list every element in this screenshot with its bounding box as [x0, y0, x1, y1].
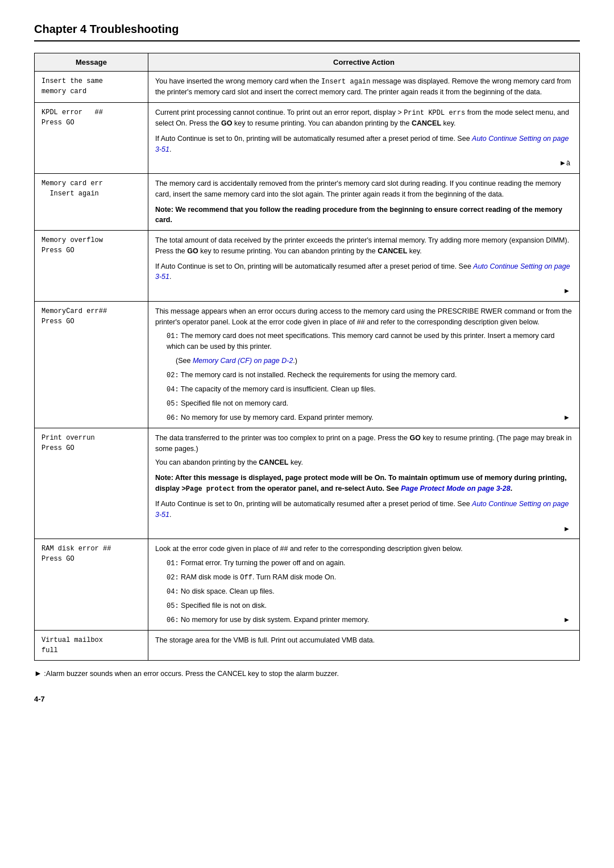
table-row: Virtual mailbox full The storage area fo… — [35, 631, 580, 661]
message-cell: Virtual mailbox full — [35, 631, 148, 661]
action-cell: The storage area for the VMB is full. Pr… — [148, 631, 580, 661]
footer-note: ► :Alarm buzzer sounds when an error occ… — [34, 669, 580, 678]
message-cell: Memory card err Insert again — [35, 174, 148, 231]
table-row: Insert the same memory card You have ins… — [35, 72, 580, 103]
troubleshooting-table: Message Corrective Action Insert the sam… — [34, 53, 580, 661]
action-cell: The data transferred to the printer was … — [148, 428, 580, 539]
link-auto-continue-overflow[interactable]: Auto Continue Setting on page 3-51 — [155, 262, 570, 281]
message-cell: Print overrun Press GO — [35, 428, 148, 539]
link-memory-card-cf[interactable]: Memory Card (CF) on page D-2 — [193, 357, 293, 365]
action-cell: Look at the error code given in place of… — [148, 539, 580, 631]
table-row: Memory card err Insert again The memory … — [35, 174, 580, 231]
table-row: Memory overflow Press GO The total amoun… — [35, 231, 580, 302]
table-row: RAM disk error ## Press GO Look at the e… — [35, 539, 580, 631]
chapter-title: Chapter 4 Troubleshooting — [34, 23, 580, 41]
action-cell: This message appears when an error occur… — [148, 301, 580, 428]
table-row: Print overrun Press GO The data transfer… — [35, 428, 580, 539]
alarm-icon: ► — [34, 669, 42, 678]
message-cell: Memory overflow Press GO — [35, 231, 148, 302]
action-cell: You have inserted the wrong memory card … — [148, 72, 580, 103]
col-header-action: Corrective Action — [148, 53, 580, 72]
table-row: MemoryCard err## Press GO This message a… — [35, 301, 580, 428]
message-cell: RAM disk error ## Press GO — [35, 539, 148, 631]
message-cell: MemoryCard err## Press GO — [35, 301, 148, 428]
link-page-protect[interactable]: Page Protect Mode on page 3-28 — [401, 485, 510, 493]
action-cell: The memory card is accidentally removed … — [148, 174, 580, 231]
page-number: 4-7 — [34, 695, 580, 703]
action-cell: The total amount of data received by the… — [148, 231, 580, 302]
message-cell: Insert the same memory card — [35, 72, 148, 103]
action-cell: Current print processing cannot continue… — [148, 102, 580, 173]
col-header-message: Message — [35, 53, 148, 72]
link-auto-continue-kpdl[interactable]: Auto Continue Setting on page 3-51 — [155, 135, 569, 153]
table-row: KPDL error ## Press GO Current print pro… — [35, 102, 580, 173]
link-auto-continue-overrun[interactable]: Auto Continue Setting on page 3-51 — [155, 500, 569, 519]
message-cell: KPDL error ## Press GO — [35, 102, 148, 173]
